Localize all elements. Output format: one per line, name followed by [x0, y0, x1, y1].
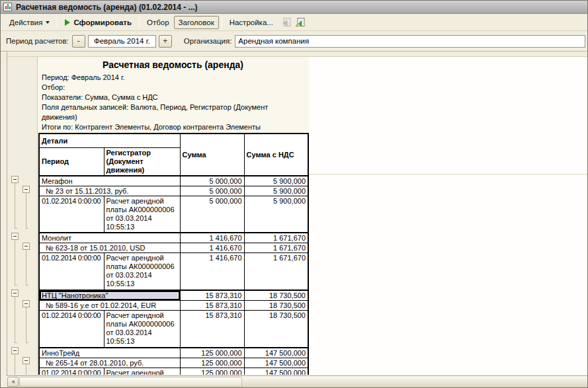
arrow-left-icon: ◄ — [11, 379, 16, 385]
cell-group-label[interactable]: НТЦ "Нанотроника" — [39, 290, 180, 301]
cell-sum[interactable]: 15 873,310 — [180, 290, 244, 301]
report-meta-line: Отбор: — [42, 83, 306, 93]
cell-sum[interactable]: 5 000,000 — [180, 196, 244, 233]
header-cell-period[interactable]: Период — [39, 147, 104, 176]
outline-connector-line — [26, 364, 26, 375]
cell-group-label[interactable]: Монолит — [39, 233, 180, 243]
header-cell-registrar[interactable]: Регистратор (Документ движения) — [104, 147, 180, 176]
collapse-group-button[interactable] — [11, 176, 19, 183]
cell-sum[interactable]: 15 873,310 — [180, 301, 244, 311]
cell-sum[interactable]: 5 000,000 — [180, 186, 244, 196]
collapse-group-button[interactable] — [11, 233, 19, 240]
report-title: Расчетная ведомость (аренда) — [38, 59, 308, 70]
header-cell-sum-vat[interactable]: Сумма с НДС — [244, 134, 308, 176]
outline-connector-line — [15, 183, 15, 228]
outline-connector-foot — [15, 228, 17, 229]
cell-sum-vat[interactable]: 5 900,000 — [244, 196, 308, 233]
period-decrement-button[interactable]: - — [72, 35, 85, 48]
scroll-left-button[interactable]: ◄ — [7, 377, 19, 387]
collapse-group-button[interactable] — [22, 243, 30, 250]
collapse-group-button[interactable] — [11, 290, 19, 297]
report-table: Детали Сумма Сумма с НДС Период Регистра… — [38, 133, 309, 375]
outline-connector-foot — [26, 285, 28, 286]
outline-pane — [1, 52, 37, 375]
cell-period[interactable]: 01.02.2014 0:00:00 — [39, 196, 104, 233]
cell-sum-vat[interactable]: 147 500,000 — [244, 358, 308, 368]
report-meta-line: движения) — [42, 112, 306, 122]
cell-sum-vat[interactable]: 5 900,000 — [244, 176, 308, 186]
cell-period[interactable]: 01.02.2014 0:00:00 — [39, 311, 104, 348]
report-meta-line: Показатели: Сумма, Сумма с НДС — [42, 93, 306, 102]
cell-contract-label[interactable]: № 23 от 15.11.2013, руб. — [39, 186, 180, 196]
header-toggle-button[interactable]: Заголовок — [174, 16, 219, 29]
cell-sum-vat[interactable]: 1 671,670 — [244, 243, 308, 253]
outline-connector-line — [26, 307, 26, 342]
cell-sum[interactable]: 125 000,000 — [180, 348, 244, 358]
cell-registrar[interactable]: Расчет арендной платы АК000000006 от 03.… — [104, 196, 180, 233]
settings-button[interactable]: Настройка... — [225, 16, 278, 29]
window-titlebar[interactable]: Расчетная ведомость (аренда) (01.02.2014… — [1, 1, 587, 14]
horizontal-scrollbar[interactable]: ◄ — [7, 375, 587, 387]
outline-connector-line — [15, 297, 15, 342]
cell-sum-vat[interactable]: 18 730,500 — [244, 311, 308, 348]
collapse-group-button[interactable] — [22, 186, 30, 193]
outline-connector-foot — [15, 342, 17, 343]
header-cell-sum[interactable]: Сумма — [180, 134, 244, 176]
collapse-group-button[interactable] — [11, 347, 19, 354]
header-cell-details[interactable]: Детали — [39, 134, 180, 147]
cell-sum-vat[interactable]: 18 730,500 — [244, 301, 308, 311]
actions-menu-button[interactable]: Действия — [5, 16, 54, 29]
cell-sum[interactable]: 1 416,670 — [180, 233, 244, 243]
cell-sum-vat[interactable]: 147 500,000 — [244, 348, 308, 358]
cell-contract-label[interactable]: № 589-16 у.е от 01.02.2014, EUR — [39, 301, 180, 311]
cell-sum[interactable]: 1 416,670 — [180, 253, 244, 290]
cell-sum-vat[interactable]: 1 671,670 — [244, 253, 308, 290]
generate-label: Сформировать — [73, 19, 132, 26]
collapse-group-button[interactable] — [22, 300, 30, 307]
toolbar-separator — [222, 17, 222, 28]
restore-settings-icon[interactable] — [280, 17, 292, 28]
cell-registrar[interactable]: Расчет арендной платы АК000000006 от 03.… — [104, 311, 180, 348]
cell-sum-vat[interactable]: 18 730,500 — [244, 290, 308, 301]
play-icon — [65, 19, 70, 26]
cell-registrar[interactable]: Расчет арендной платы АК000000006 от 03.… — [104, 253, 180, 290]
cell-registrar[interactable]: Расчет арендной платы АК000000006 от 03.… — [104, 368, 180, 375]
table-row: ИнноТрейд125 000,000147 500,000 — [39, 348, 308, 358]
toolbar: Действия Сформировать Отбор Заголовок На… — [1, 14, 587, 31]
cell-sum[interactable]: 5 000,000 — [180, 176, 244, 186]
cell-sum[interactable]: 125 000,000 — [180, 358, 244, 368]
table-row: 01.02.2014 0:00:00Расчет арендной платы … — [39, 253, 308, 290]
spreadsheet-area: Расчетная ведомость (аренда) Период: Фев… — [1, 52, 587, 375]
cell-sum[interactable]: 125 000,000 — [180, 368, 244, 375]
report-meta-line: Итоги по: Контрагент Элементы, Договор к… — [42, 122, 306, 132]
report-table-body: Мегафон5 000,0005 900,000№ 23 от 15.11.2… — [39, 176, 308, 375]
cell-sum[interactable]: 1 416,670 — [180, 243, 244, 253]
filter-button[interactable]: Отбор — [142, 16, 174, 29]
outline-connector-line — [26, 193, 26, 228]
scrollbar-thumb[interactable] — [19, 377, 242, 387]
table-row: № 265-14 от 28.01.2010, руб.125 000,0001… — [39, 358, 308, 368]
organization-field[interactable]: Арендная компания — [235, 35, 585, 48]
period-field[interactable]: Февраль 2014 г. — [88, 35, 156, 48]
cell-sum-vat[interactable]: 1 671,670 — [244, 233, 308, 243]
save-settings-icon[interactable] — [294, 17, 306, 28]
table-header-row: Детали Сумма Сумма с НДС — [39, 134, 308, 147]
cell-sum-vat[interactable]: 5 900,000 — [244, 186, 308, 196]
generate-button[interactable]: Сформировать — [60, 16, 136, 29]
cell-group-label[interactable]: Мегафон — [39, 176, 180, 186]
collapse-group-button[interactable] — [22, 357, 30, 364]
table-row: 01.02.2014 0:00:00Расчет арендной платы … — [39, 196, 308, 233]
cell-period[interactable]: 01.02.2014 0:00:00 — [39, 253, 104, 290]
cell-contract-label[interactable]: № 623-18 от 15.01.2010, USD — [39, 243, 180, 253]
period-increment-button[interactable]: + — [159, 35, 172, 48]
cell-period[interactable]: 01.02.2014 0:00:00 — [39, 368, 104, 375]
table-row: № 589-16 у.е от 01.02.2014, EUR15 873,31… — [39, 301, 308, 311]
outline-connector-line — [15, 354, 15, 375]
cell-sum[interactable]: 15 873,310 — [180, 311, 244, 348]
report-icon — [3, 3, 12, 11]
table-row: № 623-18 от 15.01.2010, USD1 416,6701 67… — [39, 243, 308, 253]
outline-connector-foot — [26, 228, 28, 229]
cell-sum-vat[interactable]: 147 500,000 — [244, 368, 308, 375]
cell-contract-label[interactable]: № 265-14 от 28.01.2010, руб. — [39, 358, 180, 368]
cell-group-label[interactable]: ИнноТрейд — [39, 348, 180, 358]
